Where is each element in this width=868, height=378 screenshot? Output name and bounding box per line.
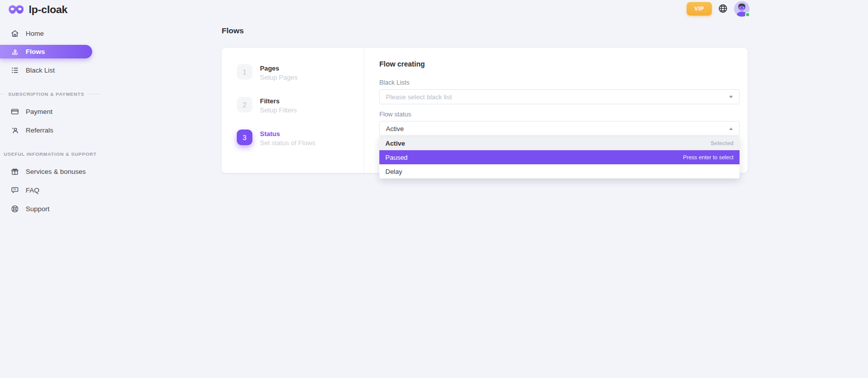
sidebar-item-faq[interactable]: ?! FAQ [0,183,101,197]
step-title: Pages [260,64,297,72]
sidebar-item-services[interactable]: Services & bonuses [0,164,101,178]
logo-text: lp-cloak [29,4,68,16]
black-list-icon [10,66,19,75]
steps-column: 1 Pages Setup Pages 2 Filters Setup Filt… [222,48,364,173]
lifebuoy-icon [10,205,19,213]
sidebar-item-label: Support [26,205,49,213]
step-filters[interactable]: 2 Filters Setup Filters [237,97,364,114]
step-subtitle: Set status of Flows [260,139,315,147]
option-hint: Selected [711,140,733,146]
sidebar-item-flows[interactable]: Flows [0,45,92,58]
step-number-badge: 3 [237,130,252,145]
dropdown-option-delay[interactable]: Delay [379,164,740,178]
step-title: Status [260,130,315,138]
sidebar-item-label: Referrals [26,127,53,134]
flow-status-label: Flow status [379,111,740,118]
faq-icon: ?! [10,186,19,195]
flow-creating-card: 1 Pages Setup Pages 2 Filters Setup Filt… [222,48,748,173]
sidebar-item-label: Home [26,30,44,37]
step-pages[interactable]: 1 Pages Setup Pages [237,64,364,81]
dropdown-option-active[interactable]: Active Selected [379,136,740,150]
step-title: Filters [260,97,297,105]
step-subtitle: Setup Filters [260,106,297,114]
step-subtitle: Setup Pages [260,74,297,81]
flow-status-dropdown: Active Selected Paused Press enter to se… [379,136,740,178]
flow-form: Flow creating Black Lists Please select … [364,48,748,173]
sidebar-item-label: Flows [26,48,45,55]
step-number-badge: 2 [237,97,252,112]
globe-icon[interactable] [718,4,728,14]
sidebar-item-payment[interactable]: Payment [0,104,101,118]
black-lists-label: Black Lists [379,79,740,86]
sidebar-item-home[interactable]: Home [0,26,101,40]
svg-text:?!: ?! [13,188,16,191]
flow-status-value: Active [386,125,404,133]
form-title: Flow creating [379,60,740,68]
sidebar-item-label: FAQ [26,186,39,194]
sidebar-item-referrals[interactable]: Referrals [0,123,101,137]
sidebar-item-black-list[interactable]: Black List [0,63,101,77]
home-icon [10,29,19,38]
step-status[interactable]: 3 Status Set status of Flows [237,130,364,147]
topbar-actions: VIP [687,1,750,16]
referrals-icon [10,126,19,135]
flow-status-select[interactable]: Active [379,121,740,136]
avatar[interactable] [734,1,750,17]
app-logo[interactable]: lp-cloak [8,4,68,16]
black-lists-select[interactable]: Please select black list [379,89,740,104]
sidebar-section-support-info: USEFUL INFORMATION & SUPPORT [0,149,101,158]
sidebar-item-label: Payment [26,108,52,115]
chevron-up-icon [729,128,733,130]
sidebar-item-label: Black List [26,67,55,74]
payment-icon [10,107,19,116]
sidebar-section-subscription: SUBSCRIPTION & PAYMENTS [0,89,101,98]
vip-button[interactable]: VIP [687,2,712,16]
online-status-dot [745,12,750,17]
option-hint: Press enter to select [683,154,733,160]
flows-icon [10,47,19,56]
dropdown-option-paused[interactable]: Paused Press enter to select [379,150,740,164]
page-title: Flows [222,26,244,35]
black-lists-placeholder: Please select black list [386,93,452,101]
chevron-down-icon [729,96,733,98]
sidebar-item-support[interactable]: Support [0,202,101,216]
step-number-badge: 1 [237,64,252,80]
gift-icon [10,167,19,176]
sidebar-item-label: Services & bonuses [26,168,86,175]
mask-logo-icon [8,4,24,16]
sidebar: Home Flows Black List SUBSCRIPTION & PAY… [0,26,101,220]
